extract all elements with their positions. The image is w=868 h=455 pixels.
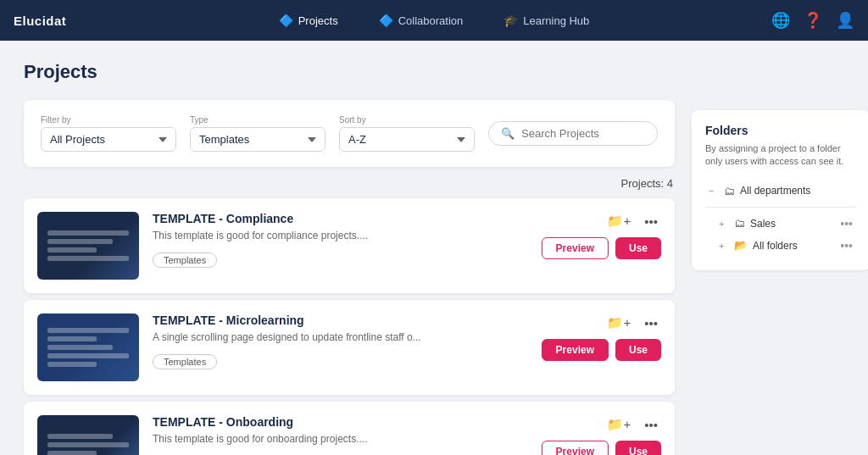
card-title: TEMPLATE - Onboarding xyxy=(153,415,528,429)
card-top-actions: 📁+ ••• xyxy=(604,212,661,230)
card-top-actions: 📁+ ••• xyxy=(604,314,661,332)
left-panel: Projects Filter by All Projects My Proje… xyxy=(24,61,675,455)
card-thumbnail xyxy=(37,415,139,455)
search-icon: 🔍 xyxy=(501,127,515,140)
card-top-actions: 📁+ ••• xyxy=(604,415,661,434)
folder-toggle: + xyxy=(719,241,727,251)
folder-icon: 📂 xyxy=(734,239,748,252)
more-options-button[interactable]: ••• xyxy=(641,416,661,434)
main-content: Projects Filter by All Projects My Proje… xyxy=(0,41,868,455)
card-bottom-actions: Preview Use xyxy=(542,339,661,361)
more-options-button[interactable]: ••• xyxy=(641,213,661,230)
sort-group: Sort by A-Z Z-A Recently Modified xyxy=(339,115,475,152)
card-tag: Templates xyxy=(153,252,217,268)
folder-more-button[interactable]: ••• xyxy=(840,217,853,230)
search-input[interactable] xyxy=(521,127,645,140)
folder-label: All departments xyxy=(740,185,853,197)
add-to-folder-button[interactable]: 📁+ xyxy=(604,314,634,332)
add-to-folder-button[interactable]: 📁+ xyxy=(604,415,634,434)
nav-right-icons: 🌐 ❓ 👤 xyxy=(771,11,854,30)
card-title: TEMPLATE - Microlearning xyxy=(153,314,528,327)
use-button[interactable]: Use xyxy=(615,441,661,455)
sort-select[interactable]: A-Z Z-A Recently Modified xyxy=(339,127,475,152)
card-content: TEMPLATE - Compliance This template is g… xyxy=(153,212,528,268)
folder-toggle: + xyxy=(719,219,727,229)
filter-by-select[interactable]: All Projects My Projects Shared Projects xyxy=(41,127,176,152)
card-actions: 📁+ ••• Preview Use xyxy=(542,212,661,259)
collaboration-icon: 🔷 xyxy=(379,14,393,27)
type-select[interactable]: Templates Projects All xyxy=(190,127,326,152)
folder-divider xyxy=(705,207,856,208)
preview-button[interactable]: Preview xyxy=(542,237,609,259)
top-navigation: Elucidat 🔷 Projects 🔷 Collaboration 🎓 Le… xyxy=(0,0,868,41)
preview-button[interactable]: Preview xyxy=(542,441,609,455)
filter-bar: Filter by All Projects My Projects Share… xyxy=(24,100,675,167)
page-title: Projects xyxy=(24,61,675,83)
folder-toggle: − xyxy=(709,186,717,196)
folder-item-all-departments[interactable]: − 🗂 All departments xyxy=(705,180,856,202)
folders-description: By assigning a project to a folder only … xyxy=(705,142,856,169)
project-card: TEMPLATE - Microlearning A single scroll… xyxy=(24,300,675,395)
nav-item-learning-hub[interactable]: 🎓 Learning Hub xyxy=(497,10,596,31)
card-thumbnail xyxy=(37,212,139,280)
card-content: TEMPLATE - Microlearning A single scroll… xyxy=(153,314,528,369)
nav-item-projects[interactable]: 🔷 Projects xyxy=(272,10,345,31)
card-actions: 📁+ ••• Preview Use xyxy=(542,415,661,455)
filter-by-label: Filter by xyxy=(41,115,176,125)
folder-label: All folders xyxy=(753,240,835,252)
learning-hub-icon: 🎓 xyxy=(504,14,518,27)
card-actions: 📁+ ••• Preview Use xyxy=(542,314,661,361)
card-title: TEMPLATE - Compliance xyxy=(153,212,528,225)
search-box: 🔍 xyxy=(488,121,658,146)
logo: Elucidat xyxy=(14,14,66,28)
more-options-button[interactable]: ••• xyxy=(641,314,661,332)
card-bottom-actions: Preview Use xyxy=(542,441,661,455)
folder-icon: 🗂 xyxy=(724,185,735,197)
folder-item-all-folders[interactable]: + 📂 All folders ••• xyxy=(705,235,856,257)
type-group: Type Templates Projects All xyxy=(190,115,326,152)
project-card: TEMPLATE - Compliance This template is g… xyxy=(24,198,675,293)
card-bottom-actions: Preview Use xyxy=(542,237,661,259)
card-thumbnail xyxy=(37,314,139,381)
help-icon[interactable]: ❓ xyxy=(804,11,822,30)
card-description: A single scrolling page designed to upda… xyxy=(153,330,528,345)
add-to-folder-button[interactable]: 📁+ xyxy=(604,212,634,230)
type-label: Type xyxy=(190,115,326,125)
card-content: TEMPLATE - Onboarding This template is g… xyxy=(153,415,528,455)
card-description: This template is good for onboarding pro… xyxy=(153,432,528,447)
folder-icon: 🗂 xyxy=(734,217,745,230)
account-icon[interactable]: 👤 xyxy=(836,11,854,30)
preview-button[interactable]: Preview xyxy=(542,339,609,361)
sort-label: Sort by xyxy=(339,115,475,125)
folder-item-sales[interactable]: + 🗂 Sales ••• xyxy=(705,213,856,235)
folder-more-button[interactable]: ••• xyxy=(840,239,853,252)
use-button[interactable]: Use xyxy=(615,339,661,361)
projects-icon: 🔷 xyxy=(279,14,293,27)
project-card: TEMPLATE - Onboarding This template is g… xyxy=(24,402,675,455)
filter-by-group: Filter by All Projects My Projects Share… xyxy=(41,115,176,152)
folders-panel: Folders By assigning a project to a fold… xyxy=(692,110,868,270)
nav-item-collaboration[interactable]: 🔷 Collaboration xyxy=(372,10,470,31)
use-button[interactable]: Use xyxy=(615,237,661,259)
nav-center: 🔷 Projects 🔷 Collaboration 🎓 Learning Hu… xyxy=(272,10,597,31)
projects-count: Projects: 4 xyxy=(24,177,675,190)
folders-title: Folders xyxy=(705,124,856,137)
card-tag: Templates xyxy=(153,354,217,369)
globe-icon[interactable]: 🌐 xyxy=(771,11,790,30)
folder-label: Sales xyxy=(750,218,835,230)
card-description: This template is good for compliance pro… xyxy=(153,229,528,243)
